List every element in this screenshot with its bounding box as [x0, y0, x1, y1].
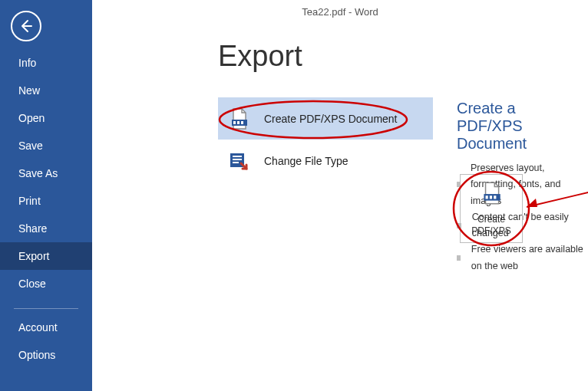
document-pdf-icon	[226, 106, 252, 132]
back-arrow-icon	[18, 18, 34, 34]
page-title: Export	[218, 40, 302, 73]
sidebar: Info New Open Save Save As Print Share E…	[0, 0, 92, 391]
svg-rect-5	[233, 156, 242, 157]
bullet-icon	[457, 255, 461, 261]
svg-rect-9	[486, 196, 488, 199]
document-pdf-icon	[479, 180, 504, 209]
svg-rect-7	[233, 162, 239, 163]
button-label: Create PDF/XPS	[471, 214, 510, 237]
svg-rect-2	[237, 121, 239, 124]
sidebar-divider	[14, 308, 78, 309]
sidebar-item-print[interactable]: Print	[0, 187, 92, 215]
sidebar-item-info[interactable]: Info	[0, 49, 92, 77]
sidebar-item-share[interactable]: Share	[0, 215, 92, 242]
svg-rect-3	[241, 121, 243, 124]
create-pdf-xps-button[interactable]: Create PDF/XPS	[460, 174, 523, 243]
sidebar-item-options[interactable]: Options	[0, 341, 92, 369]
option-create-pdf-xps[interactable]: Create PDF/XPS Document	[218, 97, 433, 140]
sidebar-item-close[interactable]: Close	[0, 270, 92, 297]
option-label: Change File Type	[264, 155, 348, 167]
window-title: Tea22.pdf - Word	[92, 6, 588, 18]
option-change-file-type[interactable]: Change File Type	[218, 140, 433, 182]
sidebar-item-save[interactable]: Save	[0, 132, 92, 159]
svg-rect-6	[233, 159, 242, 160]
bullet-item: Free viewers are available on the web	[457, 242, 583, 274]
sidebar-item-new[interactable]: New	[0, 77, 92, 104]
svg-rect-10	[490, 196, 492, 199]
back-button[interactable]	[11, 11, 41, 41]
sidebar-item-account[interactable]: Account	[0, 314, 92, 341]
svg-rect-1	[233, 121, 236, 124]
sidebar-item-export[interactable]: Export	[0, 242, 92, 270]
option-label: Create PDF/XPS Document	[264, 113, 398, 125]
sidebar-item-save-as[interactable]: Save As	[0, 159, 92, 187]
backstage-view: Info New Open Save Save As Print Share E…	[0, 0, 588, 391]
change-file-type-icon	[226, 148, 252, 174]
export-options: Create PDF/XPS Document Change File Type	[218, 97, 433, 182]
sidebar-item-open[interactable]: Open	[0, 104, 92, 132]
details-heading: Create a PDF/XPS Document	[457, 100, 583, 153]
main-pane: Tea22.pdf - Word Export Create PDF/XPS D…	[92, 0, 588, 391]
svg-rect-11	[494, 196, 496, 199]
